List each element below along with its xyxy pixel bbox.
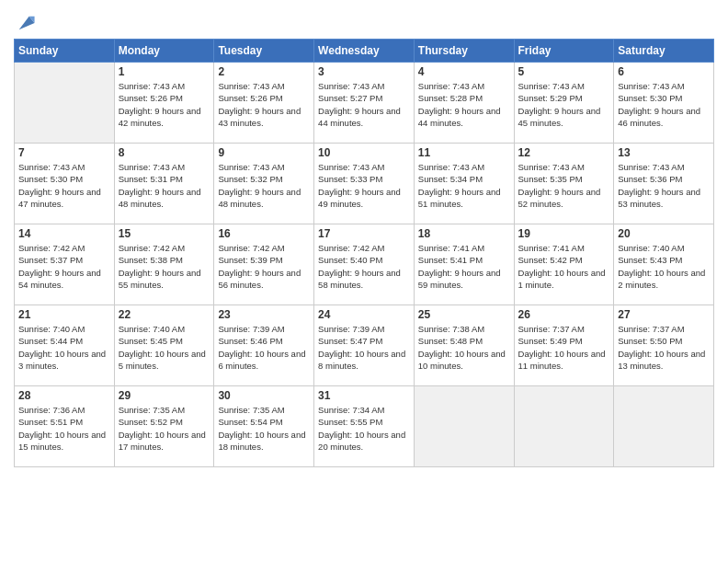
day-info: Sunrise: 7:42 AMSunset: 5:40 PMDaylight:…	[318, 242, 410, 291]
day-number: 23	[218, 308, 310, 321]
day-info: Sunrise: 7:37 AMSunset: 5:49 PMDaylight:…	[518, 323, 610, 372]
day-number: 25	[418, 308, 510, 321]
day-number: 4	[418, 65, 510, 78]
day-info: Sunrise: 7:43 AMSunset: 5:28 PMDaylight:…	[418, 80, 510, 129]
day-info: Sunrise: 7:43 AMSunset: 5:31 PMDaylight:…	[119, 161, 210, 210]
day-number: 27	[618, 308, 710, 321]
calendar-cell: 28Sunrise: 7:36 AMSunset: 5:51 PMDayligh…	[15, 386, 115, 467]
calendar-cell: 1Sunrise: 7:43 AMSunset: 5:26 PMDaylight…	[114, 63, 214, 144]
calendar-cell: 2Sunrise: 7:43 AMSunset: 5:26 PMDaylight…	[214, 63, 314, 144]
day-number: 22	[119, 308, 210, 321]
day-number: 5	[518, 65, 610, 78]
calendar-cell: 26Sunrise: 7:37 AMSunset: 5:49 PMDayligh…	[514, 305, 614, 386]
calendar-cell	[614, 386, 714, 467]
day-info: Sunrise: 7:43 AMSunset: 5:33 PMDaylight:…	[318, 161, 410, 210]
col-header-tuesday: Tuesday	[214, 40, 314, 63]
day-info: Sunrise: 7:38 AMSunset: 5:48 PMDaylight:…	[418, 323, 510, 372]
header-row: SundayMondayTuesdayWednesdayThursdayFrid…	[15, 40, 714, 63]
calendar-cell: 9Sunrise: 7:43 AMSunset: 5:32 PMDaylight…	[214, 144, 314, 224]
day-number: 8	[119, 146, 210, 159]
day-info: Sunrise: 7:41 AMSunset: 5:41 PMDaylight:…	[418, 242, 510, 291]
calendar-cell: 17Sunrise: 7:42 AMSunset: 5:40 PMDayligh…	[314, 224, 415, 305]
day-number: 12	[518, 146, 610, 159]
calendar-cell: 24Sunrise: 7:39 AMSunset: 5:47 PMDayligh…	[314, 305, 415, 386]
calendar-cell: 21Sunrise: 7:40 AMSunset: 5:44 PMDayligh…	[15, 305, 115, 386]
col-header-thursday: Thursday	[414, 40, 514, 63]
day-info: Sunrise: 7:40 AMSunset: 5:43 PMDaylight:…	[618, 242, 710, 291]
day-info: Sunrise: 7:43 AMSunset: 5:35 PMDaylight:…	[518, 161, 610, 210]
day-number: 18	[418, 227, 510, 240]
day-info: Sunrise: 7:40 AMSunset: 5:45 PMDaylight:…	[119, 323, 210, 372]
day-info: Sunrise: 7:43 AMSunset: 5:32 PMDaylight:…	[218, 161, 310, 210]
day-number: 15	[119, 227, 210, 240]
calendar-cell: 10Sunrise: 7:43 AMSunset: 5:33 PMDayligh…	[314, 144, 415, 224]
calendar-cell: 13Sunrise: 7:43 AMSunset: 5:36 PMDayligh…	[614, 144, 714, 224]
day-number: 7	[18, 146, 110, 159]
day-info: Sunrise: 7:35 AMSunset: 5:54 PMDaylight:…	[218, 404, 310, 453]
calendar-cell: 16Sunrise: 7:42 AMSunset: 5:39 PMDayligh…	[214, 224, 314, 305]
day-number: 31	[318, 389, 410, 402]
day-number: 20	[618, 227, 710, 240]
col-header-monday: Monday	[114, 40, 214, 63]
day-number: 14	[18, 227, 110, 240]
day-info: Sunrise: 7:43 AMSunset: 5:26 PMDaylight:…	[119, 80, 210, 129]
week-row-2: 14Sunrise: 7:42 AMSunset: 5:37 PMDayligh…	[15, 224, 714, 305]
day-number: 11	[418, 146, 510, 159]
col-header-saturday: Saturday	[614, 40, 714, 63]
calendar-cell: 29Sunrise: 7:35 AMSunset: 5:52 PMDayligh…	[114, 386, 214, 467]
day-number: 26	[518, 308, 610, 321]
day-info: Sunrise: 7:39 AMSunset: 5:46 PMDaylight:…	[218, 323, 310, 372]
header	[14, 9, 714, 33]
day-info: Sunrise: 7:43 AMSunset: 5:30 PMDaylight:…	[18, 161, 110, 210]
day-info: Sunrise: 7:37 AMSunset: 5:50 PMDaylight:…	[618, 323, 710, 372]
calendar-cell: 18Sunrise: 7:41 AMSunset: 5:41 PMDayligh…	[414, 224, 514, 305]
day-info: Sunrise: 7:43 AMSunset: 5:34 PMDaylight:…	[418, 161, 510, 210]
day-number: 21	[18, 308, 110, 321]
calendar-cell: 19Sunrise: 7:41 AMSunset: 5:42 PMDayligh…	[514, 224, 614, 305]
calendar-cell: 14Sunrise: 7:42 AMSunset: 5:37 PMDayligh…	[15, 224, 115, 305]
calendar-cell	[15, 63, 115, 144]
calendar-cell: 23Sunrise: 7:39 AMSunset: 5:46 PMDayligh…	[214, 305, 314, 386]
day-number: 16	[218, 227, 310, 240]
calendar-cell: 22Sunrise: 7:40 AMSunset: 5:45 PMDayligh…	[114, 305, 214, 386]
page: SundayMondayTuesdayWednesdayThursdayFrid…	[0, 0, 728, 563]
week-row-0: 1Sunrise: 7:43 AMSunset: 5:26 PMDaylight…	[15, 63, 714, 144]
calendar-cell: 7Sunrise: 7:43 AMSunset: 5:30 PMDaylight…	[15, 144, 115, 224]
calendar-table: SundayMondayTuesdayWednesdayThursdayFrid…	[14, 39, 714, 467]
day-info: Sunrise: 7:42 AMSunset: 5:38 PMDaylight:…	[119, 242, 210, 291]
day-info: Sunrise: 7:43 AMSunset: 5:36 PMDaylight:…	[618, 161, 710, 210]
calendar-cell	[414, 386, 514, 467]
day-info: Sunrise: 7:41 AMSunset: 5:42 PMDaylight:…	[518, 242, 610, 291]
day-number: 28	[18, 389, 110, 402]
calendar-cell: 20Sunrise: 7:40 AMSunset: 5:43 PMDayligh…	[614, 224, 714, 305]
day-number: 29	[119, 389, 210, 402]
day-number: 6	[618, 65, 710, 78]
day-number: 19	[518, 227, 610, 240]
logo	[14, 13, 36, 33]
day-info: Sunrise: 7:42 AMSunset: 5:37 PMDaylight:…	[18, 242, 110, 291]
day-number: 24	[318, 308, 410, 321]
calendar-cell: 25Sunrise: 7:38 AMSunset: 5:48 PMDayligh…	[414, 305, 514, 386]
calendar-cell: 30Sunrise: 7:35 AMSunset: 5:54 PMDayligh…	[214, 386, 314, 467]
col-header-sunday: Sunday	[15, 40, 115, 63]
calendar-cell: 15Sunrise: 7:42 AMSunset: 5:38 PMDayligh…	[114, 224, 214, 305]
day-number: 2	[218, 65, 310, 78]
day-number: 13	[618, 146, 710, 159]
col-header-friday: Friday	[514, 40, 614, 63]
calendar-cell: 8Sunrise: 7:43 AMSunset: 5:31 PMDaylight…	[114, 144, 214, 224]
calendar-cell: 31Sunrise: 7:34 AMSunset: 5:55 PMDayligh…	[314, 386, 415, 467]
col-header-wednesday: Wednesday	[314, 40, 415, 63]
day-info: Sunrise: 7:36 AMSunset: 5:51 PMDaylight:…	[18, 404, 110, 453]
logo-icon	[16, 13, 36, 33]
day-number: 10	[318, 146, 410, 159]
week-row-3: 21Sunrise: 7:40 AMSunset: 5:44 PMDayligh…	[15, 305, 714, 386]
calendar-cell: 12Sunrise: 7:43 AMSunset: 5:35 PMDayligh…	[514, 144, 614, 224]
day-number: 9	[218, 146, 310, 159]
day-number: 3	[318, 65, 410, 78]
calendar-cell: 5Sunrise: 7:43 AMSunset: 5:29 PMDaylight…	[514, 63, 614, 144]
calendar-cell: 3Sunrise: 7:43 AMSunset: 5:27 PMDaylight…	[314, 63, 415, 144]
day-info: Sunrise: 7:35 AMSunset: 5:52 PMDaylight:…	[119, 404, 210, 453]
day-info: Sunrise: 7:43 AMSunset: 5:27 PMDaylight:…	[318, 80, 410, 129]
calendar-cell: 11Sunrise: 7:43 AMSunset: 5:34 PMDayligh…	[414, 144, 514, 224]
day-info: Sunrise: 7:39 AMSunset: 5:47 PMDaylight:…	[318, 323, 410, 372]
